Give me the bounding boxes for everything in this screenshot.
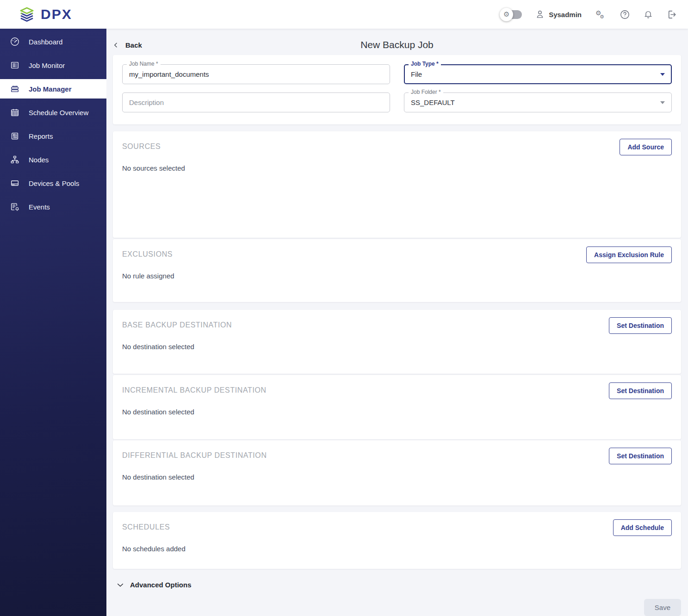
exclusions-title: EXCLUSIONS — [122, 246, 173, 259]
notifications-bell-icon[interactable] — [643, 9, 653, 19]
top-header: DPX ⚙ Sysadmin ⚙ ⚙ — [0, 0, 688, 29]
job-folder-label: Job Folder * — [409, 89, 443, 95]
devices-pools-icon — [10, 178, 20, 188]
sidebar-item-label: Devices & Pools — [29, 179, 79, 187]
sidebar-item-nodes[interactable]: Nodes — [0, 150, 106, 169]
dropdown-caret-icon — [660, 73, 665, 76]
main-content: Back New Backup Job Job Name * Job Type … — [106, 29, 688, 616]
set-incremental-destination-button[interactable]: Set Destination — [609, 382, 672, 399]
header-actions: ⚙ Sysadmin ⚙ ⚙ — [502, 8, 677, 20]
sidebar-item-label: Events — [29, 203, 50, 211]
base-destination-title: BASE BACKUP DESTINATION — [122, 317, 232, 329]
sources-section: SOURCES Add Source No sources selected — [113, 131, 681, 238]
nodes-icon — [10, 154, 20, 165]
logout-icon[interactable] — [666, 9, 677, 20]
help-icon[interactable] — [620, 9, 630, 20]
job-name-label: Job Name * — [127, 61, 161, 67]
user-name: Sysadmin — [549, 11, 582, 18]
set-differential-destination-button[interactable]: Set Destination — [609, 448, 672, 464]
sidebar-item-label: Schedule Overview — [29, 109, 88, 117]
differential-destination-title: DIFFERENTIAL BACKUP DESTINATION — [122, 448, 267, 460]
chevron-left-icon — [113, 42, 119, 48]
sidebar-item-label: Nodes — [29, 156, 49, 164]
events-icon — [10, 202, 20, 212]
advanced-options-label: Advanced Options — [130, 581, 192, 589]
sidebar-item-schedule-overview[interactable]: Schedule Overview — [0, 103, 106, 122]
logo-text: DPX — [41, 6, 72, 22]
sidebar-item-reports[interactable]: Reports — [0, 126, 106, 146]
theme-toggle[interactable]: ⚙ — [502, 10, 522, 19]
sidebar-nav: Dashboard Job Monitor Job Manager — [0, 29, 106, 616]
page-header: Back New Backup Job — [113, 35, 681, 55]
sidebar-item-label: Job Monitor — [29, 62, 65, 69]
job-name-field-wrap: Job Name * — [122, 64, 390, 84]
sources-title: SOURCES — [122, 139, 161, 151]
dpx-stack-logo-icon — [18, 5, 36, 24]
user-menu[interactable]: Sysadmin — [535, 9, 582, 19]
base-destination-empty-text: No destination selected — [122, 343, 672, 351]
reports-icon — [10, 131, 20, 141]
description-input[interactable] — [122, 92, 390, 112]
exclusions-section: EXCLUSIONS Assign Exclusion Rule No rule… — [113, 239, 681, 302]
sidebar-item-label: Dashboard — [29, 38, 62, 46]
sidebar-item-job-monitor[interactable]: Job Monitor — [0, 55, 106, 75]
save-button[interactable]: Save — [644, 599, 681, 616]
chevron-down-icon — [117, 581, 124, 589]
calendar-icon — [10, 107, 20, 117]
add-source-button[interactable]: Add Source — [620, 139, 672, 155]
schedules-empty-text: No schedules added — [122, 545, 672, 553]
job-type-value: File — [411, 70, 422, 78]
svg-text:⚙: ⚙ — [600, 14, 604, 20]
page-title: New Backup Job — [113, 39, 681, 50]
sidebar-item-label: Job Manager — [29, 85, 72, 93]
save-row: Save — [113, 599, 681, 616]
job-folder-select[interactable]: SS_DEFAULT — [404, 92, 672, 112]
schedules-title: SCHEDULES — [122, 519, 170, 531]
back-label: Back — [125, 41, 142, 49]
job-name-input[interactable] — [122, 64, 390, 84]
base-backup-destination-section: BASE BACKUP DESTINATION Set Destination … — [113, 310, 681, 374]
sidebar-item-job-manager[interactable]: Job Manager — [0, 79, 106, 99]
advanced-options-toggle[interactable]: Advanced Options — [117, 581, 681, 589]
sources-empty-text: No sources selected — [122, 164, 672, 172]
exclusions-empty-text: No rule assigned — [122, 272, 672, 280]
set-base-destination-button[interactable]: Set Destination — [609, 317, 672, 334]
job-type-select[interactable]: File — [404, 64, 672, 84]
job-type-field-wrap: Job Type * File — [404, 64, 672, 84]
dropdown-caret-icon — [660, 101, 665, 104]
dashboard-gauge-icon — [10, 37, 20, 47]
add-schedule-button[interactable]: Add Schedule — [613, 519, 672, 536]
description-field-wrap — [122, 92, 390, 112]
incremental-destination-title: INCREMENTAL BACKUP DESTINATION — [122, 382, 267, 394]
differential-destination-empty-text: No destination selected — [122, 473, 672, 481]
job-details-card: Job Name * Job Type * File Job Folder * … — [113, 55, 681, 124]
toggle-gear-icon: ⚙ — [500, 8, 513, 21]
sidebar-item-dashboard[interactable]: Dashboard — [0, 32, 106, 51]
user-icon — [535, 9, 545, 19]
differential-backup-destination-section: DIFFERENTIAL BACKUP DESTINATION Set Dest… — [113, 440, 681, 505]
dpx-logo: DPX — [18, 5, 72, 24]
schedules-section: SCHEDULES Add Schedule No schedules adde… — [113, 512, 681, 569]
job-folder-value: SS_DEFAULT — [411, 99, 455, 106]
job-manager-icon — [10, 84, 20, 94]
assign-exclusion-rule-button[interactable]: Assign Exclusion Rule — [586, 246, 672, 263]
job-type-label: Job Type * — [409, 61, 441, 67]
incremental-destination-empty-text: No destination selected — [122, 408, 672, 416]
incremental-backup-destination-section: INCREMENTAL BACKUP DESTINATION Set Desti… — [113, 375, 681, 439]
settings-gears-icon[interactable]: ⚙ ⚙ — [595, 8, 607, 20]
sidebar-item-label: Reports — [29, 132, 53, 140]
back-button[interactable]: Back — [113, 41, 142, 49]
sidebar-item-devices-pools[interactable]: Devices & Pools — [0, 173, 106, 193]
sidebar-item-events[interactable]: Events — [0, 197, 106, 216]
job-folder-field-wrap: Job Folder * SS_DEFAULT — [404, 92, 672, 112]
job-monitor-list-icon — [10, 60, 20, 70]
